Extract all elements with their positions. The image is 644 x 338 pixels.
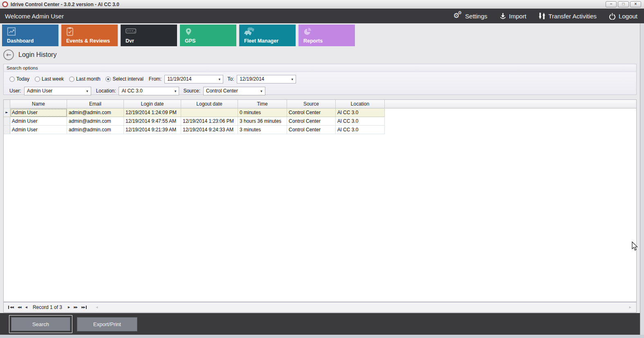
- cell-source: Control Center: [287, 117, 336, 126]
- grid-header-row: Name Email Login date Logout date Time S…: [4, 100, 636, 108]
- radio-last-week[interactable]: Last week: [35, 76, 64, 82]
- chevron-down-icon: ▼: [292, 78, 294, 81]
- nav-actions: ⚙⚙ Settings Import: [453, 12, 644, 20]
- close-button[interactable]: ×: [630, 1, 641, 7]
- from-label: From:: [149, 76, 162, 82]
- line-chart-icon: [7, 27, 58, 36]
- cell-email: admin@admin.com: [67, 108, 124, 117]
- scroll-right-arrow[interactable]: ▶: [627, 306, 633, 309]
- cell-source: Control Center: [287, 108, 336, 117]
- next-page-button[interactable]: ▶▶: [72, 306, 79, 309]
- scroll-left-arrow[interactable]: ◀: [94, 306, 99, 309]
- cell-location: Al CC 3.0: [336, 108, 385, 117]
- maximize-button[interactable]: □: [618, 1, 629, 7]
- tile-events-reviews[interactable]: Events & Reviews: [61, 25, 118, 46]
- cell-name: Admin User: [10, 108, 67, 117]
- logout-power-icon: [609, 13, 616, 20]
- tile-reports[interactable]: Reports: [298, 25, 355, 46]
- column-header-name[interactable]: Name: [10, 100, 67, 108]
- source-select[interactable]: Control Center ▼: [203, 87, 265, 95]
- logout-label: Logout: [619, 13, 637, 20]
- login-history-grid: Name Email Login date Logout date Time S…: [3, 99, 637, 302]
- location-label: Location:: [96, 88, 116, 94]
- tile-dvr-label: Dvr: [126, 38, 177, 44]
- search-button-focus-ring: Search: [9, 315, 72, 333]
- column-header-logout-date[interactable]: Logout date: [181, 100, 238, 108]
- cell-logout-date: 12/19/2014 1:23:06 PM: [181, 117, 238, 126]
- prev-record-button[interactable]: ◀: [23, 306, 29, 309]
- header-filler: [385, 100, 636, 108]
- user-label: User:: [9, 88, 21, 94]
- footer-action-bar: Search Export/Print: [0, 313, 640, 335]
- indicator-header-cell: [4, 100, 10, 108]
- tile-fleet-manager-label: Fleet Manager: [244, 38, 296, 44]
- to-label: To:: [227, 76, 234, 82]
- radio-today[interactable]: Today: [9, 76, 29, 82]
- radio-today-circle: [9, 77, 15, 82]
- tile-events-reviews-label: Events & Reviews: [66, 38, 118, 44]
- column-header-source[interactable]: Source: [287, 100, 336, 108]
- top-nav-bar: Welcome Admin User ⚙⚙ Settings Import: [0, 9, 644, 23]
- column-header-time[interactable]: Time: [238, 100, 287, 108]
- last-record-button[interactable]: ▶▶: [79, 306, 87, 309]
- tile-dashboard-label: Dashboard: [7, 38, 58, 44]
- back-button[interactable]: ←: [3, 50, 14, 60]
- page-title: Login History: [18, 51, 56, 59]
- location-value: Al CC 3.0: [121, 88, 142, 94]
- cell-time: 0 minutes: [238, 108, 287, 117]
- prev-page-button[interactable]: ◀◀: [16, 306, 23, 309]
- tile-fleet-manager[interactable]: Fleet Manager: [239, 25, 296, 46]
- chevron-down-icon: ▼: [219, 78, 221, 81]
- to-date-value: 12/19/2014: [240, 76, 264, 82]
- location-select[interactable]: Al CC 3.0 ▼: [119, 87, 179, 95]
- minimize-button[interactable]: –: [606, 1, 617, 7]
- export-print-button[interactable]: Export/Print: [77, 317, 137, 331]
- mouse-cursor: [632, 241, 638, 253]
- radio-last-month-circle: [69, 77, 74, 82]
- user-select[interactable]: Admin User ▼: [24, 87, 91, 95]
- tile-gps[interactable]: GPS: [180, 25, 236, 46]
- main-content: Dashboard Events & Reviews: [0, 23, 640, 335]
- window-controls: – □ ×: [606, 1, 644, 7]
- search-button[interactable]: Search: [11, 317, 70, 331]
- transfer-activities-button[interactable]: Transfer Activities: [539, 12, 597, 20]
- to-date-picker[interactable]: 12/19/2014 ▼: [237, 75, 296, 83]
- import-button[interactable]: Import: [500, 13, 527, 20]
- settings-gears-icon: ⚙⚙: [453, 12, 462, 20]
- next-record-button[interactable]: ▶: [66, 306, 72, 309]
- chevron-down-icon: ▼: [175, 90, 177, 92]
- cell-time: 3 hours 36 minutes: [238, 117, 287, 126]
- cell-email: admin@admin.com: [67, 117, 124, 126]
- radio-last-week-label: Last week: [42, 76, 64, 82]
- table-row-2[interactable]: Admin User admin@admin.com 12/19/2014 9:…: [4, 117, 636, 126]
- column-header-email[interactable]: Email: [67, 100, 124, 108]
- column-header-login-date[interactable]: Login date: [124, 100, 181, 108]
- dvr-box-icon: [126, 27, 177, 35]
- vehicles-icon: [244, 27, 296, 36]
- radio-select-interval[interactable]: Select interval: [105, 76, 143, 82]
- settings-label: Settings: [465, 13, 487, 20]
- cell-source: Control Center: [287, 126, 336, 134]
- first-record-button[interactable]: ◀◀: [8, 306, 16, 309]
- page-header: ← Login History: [0, 47, 640, 63]
- from-date-picker[interactable]: 11/19/2014 ▼: [164, 75, 223, 83]
- column-header-location[interactable]: Location: [336, 100, 385, 108]
- source-label: Source:: [183, 88, 200, 94]
- back-arrow-icon: ←: [6, 51, 11, 59]
- row-indicator-cell: [4, 126, 10, 134]
- pie-chart-icon: [303, 27, 355, 36]
- cell-time: 3 minutes: [238, 126, 287, 134]
- chevron-down-icon: ▼: [86, 90, 88, 92]
- radio-select-interval-circle: [105, 77, 111, 82]
- cell-logout-date: [181, 108, 238, 117]
- radio-last-month-label: Last month: [76, 76, 100, 82]
- tile-dashboard[interactable]: Dashboard: [2, 25, 58, 46]
- settings-button[interactable]: ⚙⚙ Settings: [453, 12, 487, 20]
- radio-last-month[interactable]: Last month: [69, 76, 100, 82]
- tile-dvr[interactable]: Dvr: [121, 25, 177, 46]
- cell-location: Al CC 3.0: [336, 126, 385, 134]
- table-row-3[interactable]: Admin User admin@admin.com 12/19/2014 9:…: [4, 126, 636, 134]
- logout-button[interactable]: Logout: [609, 13, 637, 20]
- table-row-1[interactable]: ► Admin User admin@admin.com 12/19/2014 …: [4, 108, 636, 117]
- cell-login-date: 12/19/2014 1:24:09 PM: [124, 108, 181, 117]
